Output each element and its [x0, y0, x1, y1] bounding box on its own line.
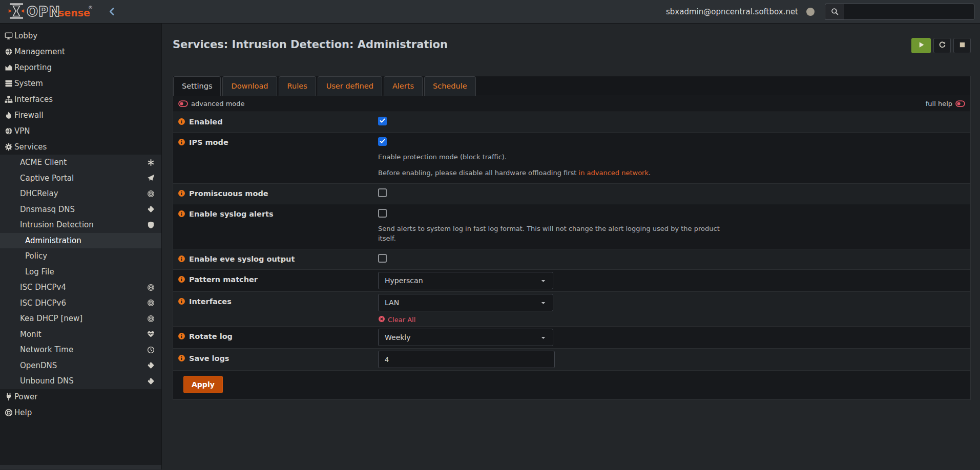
field-label-text: Promiscuous mode — [189, 189, 268, 199]
opnsense-logo[interactable]: OPNsense® — [8, 3, 94, 21]
interfaces-select[interactable]: LAN — [378, 294, 553, 311]
tab-schedule[interactable]: Schedule — [424, 76, 476, 96]
sidebar-item-dhcrelay[interactable]: DHCRelay — [0, 186, 161, 202]
field-control-ips-mode: Enable protection mode (block traffic).B… — [378, 133, 970, 183]
sidebar-item-policy[interactable]: Policy — [0, 248, 161, 264]
field-label-pattern-matcher: Pattern matcher — [173, 270, 378, 291]
tab-download[interactable]: Download — [222, 76, 277, 96]
start-service-button[interactable] — [911, 38, 931, 53]
sidebar-item-log-file[interactable]: Log File — [0, 264, 161, 280]
info-icon[interactable] — [178, 189, 185, 197]
info-icon[interactable] — [178, 138, 185, 146]
user-email: sbxadmin@opncentral.softbox.net — [666, 7, 798, 16]
sidebar-item-label: Intrusion Detection — [20, 220, 94, 229]
apply-row: Apply — [173, 370, 970, 399]
sidebar-item-intrusion-detection[interactable]: Intrusion Detection — [0, 217, 161, 233]
info-icon[interactable] — [178, 332, 185, 340]
field-control-pattern-matcher: Hyperscan — [378, 270, 970, 291]
sidebar-item-captive-portal[interactable]: Captive Portal — [0, 170, 161, 186]
sidebar-item-opendns[interactable]: OpenDNS — [0, 358, 161, 374]
advanced-mode-toggle[interactable]: advanced mode — [178, 99, 245, 109]
field-label-text: Save logs — [189, 354, 230, 364]
check-icon — [379, 138, 386, 146]
sidebar-item-system[interactable]: System — [0, 75, 161, 91]
field-control-save-logs — [378, 349, 970, 370]
pattern-matcher-select[interactable]: Hyperscan — [378, 272, 553, 289]
sidebar-item-label: Help — [14, 408, 32, 417]
svg-text:sense: sense — [58, 7, 90, 18]
search-box — [825, 4, 974, 20]
sidebar-item-network-time[interactable]: Network Time — [0, 342, 161, 358]
sidebar-item-label: Captive Portal — [20, 174, 74, 183]
sidebar-item-vpn[interactable]: VPN — [0, 123, 161, 139]
tab-settings[interactable]: Settings — [173, 76, 221, 96]
sidebar-item-firewall[interactable]: Firewall — [0, 107, 161, 123]
info-icon[interactable] — [178, 210, 185, 218]
info-icon[interactable] — [178, 118, 185, 125]
field-label-interfaces: Interfaces — [173, 292, 378, 326]
sidebar-item-kea-dhcp-new[interactable]: Kea DHCP [new] — [0, 311, 161, 327]
bullseye-icon — [147, 315, 155, 323]
sidebar-item-label: Network Time — [20, 345, 73, 354]
sidebar-item-interfaces[interactable]: Interfaces — [0, 91, 161, 107]
sidebar-item-management[interactable]: Management — [0, 44, 161, 59]
bullseye-icon — [147, 299, 155, 307]
form-row-save-logs: Save logs — [173, 348, 970, 370]
globe-icon — [4, 48, 13, 56]
enable-eve-syslog-output-checkbox[interactable] — [378, 254, 387, 263]
sidebar-item-unbound-dns[interactable]: Unbound DNS — [0, 373, 161, 389]
promiscuous-mode-checkbox[interactable] — [378, 188, 387, 197]
sidebar-item-isc-dhcpv6[interactable]: ISC DHCPv6 — [0, 295, 161, 311]
info-icon[interactable] — [178, 297, 185, 305]
info-icon[interactable] — [178, 275, 185, 283]
field-label-enable-eve-syslog-output: Enable eve syslog output — [173, 249, 378, 269]
sidebar-item-monit[interactable]: Monit — [0, 327, 161, 343]
sidebar-item-reporting[interactable]: Reporting — [0, 59, 161, 75]
apply-button[interactable]: Apply — [183, 376, 223, 393]
tabbar: SettingsDownloadRulesUser definedAlertsS… — [173, 76, 971, 95]
sidebar-item-acme-client[interactable]: ACME Client — [0, 155, 161, 170]
info-icon[interactable] — [178, 255, 185, 263]
field-help-text: Enable protection mode (block traffic). — [378, 152, 739, 162]
search-input[interactable] — [844, 4, 974, 19]
sidebar-item-label: Firewall — [14, 111, 44, 120]
sidebar-item-lobby[interactable]: Lobby — [0, 28, 161, 44]
sidebar-item-label: ISC DHCPv4 — [20, 283, 66, 292]
advanced-mode-label: advanced mode — [191, 100, 245, 108]
select-value: Hyperscan — [385, 276, 423, 285]
globe-icon — [4, 127, 13, 135]
save-logs-input[interactable] — [378, 351, 555, 368]
enabled-checkbox[interactable] — [378, 117, 387, 125]
restart-service-button[interactable] — [933, 38, 951, 53]
clear-all-button[interactable]: Clear All — [378, 315, 964, 324]
field-label-text: Interfaces — [189, 297, 232, 307]
sidebar-item-dnsmasq-dns[interactable]: Dnsmasq DNS — [0, 202, 161, 218]
asterisk-icon — [147, 159, 155, 166]
rotate-log-select[interactable]: Weekly — [378, 329, 553, 346]
enable-syslog-alerts-checkbox[interactable] — [378, 209, 387, 218]
refresh-icon — [939, 41, 946, 50]
info-icon[interactable] — [178, 354, 185, 362]
field-label-enabled: Enabled — [173, 112, 378, 132]
sidebar-item-help[interactable]: Help — [0, 405, 161, 421]
fire-icon — [4, 111, 13, 119]
tab-rules[interactable]: Rules — [279, 76, 316, 96]
tab-alerts[interactable]: Alerts — [384, 76, 423, 96]
ips-mode-checkbox[interactable] — [378, 137, 387, 146]
sidebar-item-administration[interactable]: Administration — [0, 233, 161, 249]
service-actions — [911, 38, 971, 53]
stop-service-button[interactable] — [953, 38, 971, 53]
sidebar-item-power[interactable]: Power — [0, 389, 161, 405]
bullseye-icon — [147, 190, 155, 198]
advanced-network-link[interactable]: in advanced network — [579, 169, 649, 177]
form-row-promiscuous-mode: Promiscuous mode — [173, 183, 970, 204]
tags-icon — [147, 205, 155, 213]
full-help-toggle[interactable]: full help — [926, 99, 965, 109]
sidebar-collapse-button[interactable] — [108, 7, 116, 16]
sidebar-item-services[interactable]: Services — [0, 139, 161, 155]
field-label-text: IPS mode — [189, 138, 228, 147]
tab-user-defined[interactable]: User defined — [318, 76, 382, 96]
sidebar-item-label: OpenDNS — [20, 361, 57, 370]
sidebar-item-isc-dhcpv4[interactable]: ISC DHCPv4 — [0, 280, 161, 295]
sidebar-item-label: System — [14, 79, 43, 88]
